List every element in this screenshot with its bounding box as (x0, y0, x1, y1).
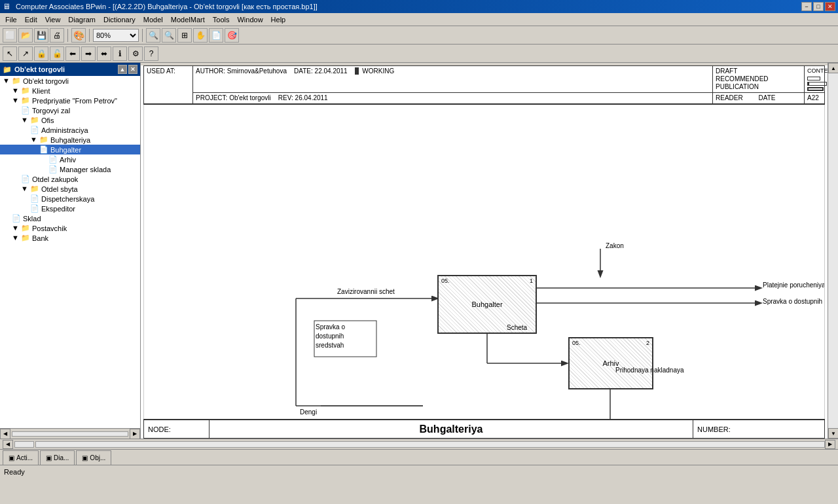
tree-icon-1: ▼ 📁 (12, 86, 30, 95)
tree-item-10[interactable]: 📄Otdel zakupok (0, 174, 140, 184)
bottom-tab-1[interactable]: ▣Dia... (40, 450, 75, 465)
tree-item-9[interactable]: 📄Manager sklada (0, 164, 140, 174)
menu-item-modelmart[interactable]: ModelMart (167, 15, 209, 24)
minimize-button[interactable]: − (801, 2, 812, 11)
author-cell: AUTHOR: Smirnova&Petuhova DATE: 22.04.20… (193, 66, 713, 92)
arrow-button[interactable]: ↗ (18, 46, 33, 61)
working-label: WORKING (362, 67, 394, 75)
fit-button[interactable]: ⊞ (177, 28, 192, 43)
title-bar: 🖥 Computer Associates BPwin - [(A2.2.2D)… (0, 0, 838, 13)
canvas-area[interactable]: 05. 1 Buhgalter 05. 2 Arhiv 05. 3 Manage… (143, 105, 825, 419)
status-cells: DRAFT RECOMMENDED PUBLICATION (713, 66, 805, 92)
menu-item-window[interactable]: Window (233, 15, 266, 24)
align-right-button[interactable]: ➡ (81, 46, 96, 61)
color-button[interactable]: 🎨 (71, 28, 86, 43)
rev-label: REV: (278, 94, 293, 101)
tree-container[interactable]: ▼ 📁Ob'ekt torgovli▼ 📁Klient▼ 📁Predpriyat… (0, 76, 140, 428)
unlock-button[interactable]: 🔓 (50, 46, 64, 61)
right-scrollbar[interactable]: ▲ ▼ (828, 63, 838, 439)
tree-item-13[interactable]: 📄Ekspeditor (0, 204, 140, 213)
tree-icon-10: 📄 (21, 175, 30, 183)
tree-item-11[interactable]: ▼ 📁Otdel sbyta (0, 184, 140, 194)
tree-item-0[interactable]: ▼ 📁Ob'ekt torgovli (0, 76, 140, 86)
tree-icon-12: 📄 (30, 194, 39, 203)
target-button[interactable]: 🎯 (225, 28, 239, 43)
diagram-svg (144, 105, 824, 419)
open-button[interactable]: 📂 (18, 28, 33, 43)
scroll-track-v[interactable] (828, 73, 838, 428)
separator-3 (142, 29, 143, 42)
select-button[interactable]: ↖ (3, 46, 17, 61)
header-row1: AUTHOR: Smirnova&Petuhova DATE: 22.04.20… (193, 66, 824, 93)
menu-item-edit[interactable]: Edit (21, 15, 41, 24)
scroll-left-btn[interactable]: ◀ (0, 429, 10, 439)
tree-item-3[interactable]: 📄Torgovyi zal (0, 105, 140, 115)
tree-item-12[interactable]: 📄Dispetcherskaya (0, 194, 140, 204)
tab-label-1: Dia... (54, 454, 69, 461)
close-button[interactable]: ✕ (825, 2, 835, 11)
tree-item-7[interactable]: 📄Buhgalter (0, 145, 140, 154)
tree-item-6[interactable]: ▼ 📁Buhgalteriya (0, 135, 140, 145)
tree-label-5: Administraciya (41, 126, 88, 134)
process-arhiv[interactable]: 05. 2 Arhiv (568, 337, 653, 389)
tree-label-6: Buhgalteriya (50, 136, 90, 144)
zoom-select[interactable]: 80% 100% 50% (93, 29, 139, 42)
menu-item-file[interactable]: File (1, 15, 21, 24)
help-tool-button[interactable]: ? (144, 46, 158, 61)
scroll-up-btn[interactable]: ▲ (828, 63, 838, 73)
menu-item-diagram[interactable]: Diagram (64, 15, 100, 24)
properties-button[interactable]: ℹ (113, 46, 127, 61)
panel-close[interactable]: ✕ (128, 65, 137, 74)
menu-item-view[interactable]: View (41, 15, 65, 24)
tree-item-15[interactable]: ▼ 📁Postavchik (0, 223, 140, 233)
scroll-track-h[interactable] (35, 441, 825, 448)
node-value: A22 (807, 94, 822, 101)
tree-item-8[interactable]: 📄Arhiv (0, 154, 140, 164)
tree-item-1[interactable]: ▼ 📁Klient (0, 86, 140, 96)
left-panel-header: 📁 Ob'ekt torgovli ▲ ✕ (0, 63, 140, 76)
tree-item-16[interactable]: ▼ 📁Bank (0, 233, 140, 243)
new-button[interactable]: ⬜ (3, 28, 17, 43)
title-value: Buhgalteriya (420, 423, 483, 435)
pan-button[interactable]: ✋ (193, 28, 208, 43)
main-area: 📁 Ob'ekt torgovli ▲ ✕ ▼ 📁Ob'ekt torgovli… (0, 63, 838, 439)
tree-label-4: Ofis (41, 117, 54, 124)
print-button[interactable]: 🖨 (50, 28, 64, 43)
scroll-track[interactable] (12, 431, 128, 437)
align-center-button[interactable]: ⬌ (97, 46, 111, 61)
author-value: Smirnova&Petuhova (227, 67, 287, 75)
toolbar-2: ↖ ↗ 🔒 🔓 ⬅ ➡ ⬌ ℹ ⚙ ? (0, 45, 838, 63)
bottom-tab-2[interactable]: ▣Obj... (76, 450, 111, 465)
ctx-box1 (807, 77, 820, 81)
tree-item-4[interactable]: ▼ 📁Ofis (0, 115, 140, 125)
panel-expand[interactable]: ▲ (118, 65, 127, 74)
save-button[interactable]: 💾 (34, 28, 48, 43)
lock-button[interactable]: 🔒 (34, 46, 48, 61)
tree-item-2[interactable]: ▼ 📁Predpriyatie "From Petrov" (0, 96, 140, 105)
menu-bar: FileEditViewDiagramDictionaryModelModelM… (0, 13, 838, 26)
menu-item-tools[interactable]: Tools (209, 15, 234, 24)
scroll-down-btn[interactable]: ▼ (828, 428, 838, 439)
zoom-out-button[interactable]: 🔍 (162, 28, 176, 43)
bottom-tab-0[interactable]: ▣Acti... (3, 450, 39, 465)
ctx-box3 (807, 87, 824, 91)
diagram-footer: NODE: Buhgalteriya NUMBER: (143, 419, 825, 439)
menu-item-dictionary[interactable]: Dictionary (100, 15, 139, 24)
tree-item-14[interactable]: 📄Sklad (0, 213, 140, 223)
menu-item-model[interactable]: Model (139, 15, 167, 24)
tree-label-8: Arhiv (60, 156, 76, 164)
page-button[interactable]: 📄 (209, 28, 223, 43)
settings-button[interactable]: ⚙ (128, 46, 143, 61)
zoom-in-button[interactable]: 🔍 (146, 28, 160, 43)
scroll-left-diag[interactable]: ◀ (3, 440, 13, 449)
scroll-right-btn[interactable]: ▶ (130, 429, 140, 439)
left-scroll-area: ◀ ▶ (0, 428, 140, 439)
date-label: DATE: (294, 67, 313, 75)
restore-button[interactable]: □ (813, 2, 824, 11)
scroll-right-diag[interactable]: ▶ (825, 440, 835, 449)
menu-item-help[interactable]: Help (267, 15, 290, 24)
tab-label-0: Acti... (16, 454, 33, 461)
align-left-button[interactable]: ⬅ (65, 46, 80, 61)
tree-item-5[interactable]: 📄Administraciya (0, 125, 140, 135)
scroll-thumb-h[interactable] (14, 441, 34, 448)
